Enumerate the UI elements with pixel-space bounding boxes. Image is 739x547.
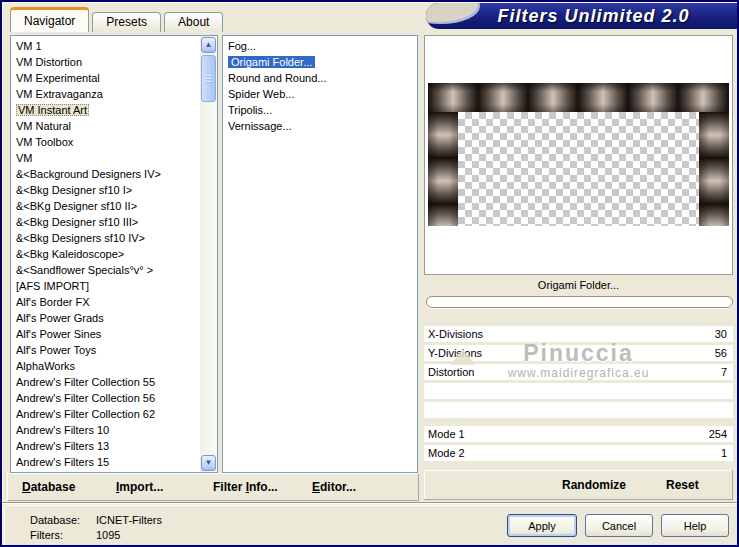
category-scrollbar[interactable]: ▲ ▼ <box>200 36 217 472</box>
tab-bar: Navigator Presets About <box>10 7 226 32</box>
param-row-empty <box>424 383 733 399</box>
param-name: Mode 1 <box>428 428 465 440</box>
preview-panel <box>424 35 733 275</box>
category-item-selected[interactable]: VM Instant Art <box>13 102 217 118</box>
category-item[interactable]: Alf's Border FX <box>13 294 217 310</box>
category-item[interactable]: &<Bkg Designers sf10 IV> <box>13 230 217 246</box>
param-row-distortion[interactable]: Distortion 7 <box>424 364 733 380</box>
scroll-down-button[interactable]: ▼ <box>201 455 216 471</box>
apply-button[interactable]: Apply <box>507 514 577 537</box>
category-item[interactable]: &<Background Designers IV> <box>13 166 217 182</box>
category-item[interactable]: VM Distortion <box>13 54 217 70</box>
scroll-up-button[interactable]: ▲ <box>201 37 216 53</box>
preview-transparency-checker <box>458 112 699 226</box>
category-item-selected-label: VM Instant Art <box>16 104 89 116</box>
filters-count-label: Filters: <box>30 529 63 541</box>
category-item[interactable]: &<Bkg Designer sf10 III> <box>13 214 217 230</box>
randomize-reset-bar: Randomize Reset <box>424 470 733 500</box>
param-name: X-Divisions <box>428 328 483 340</box>
param-name: Y-Divisions <box>428 347 482 359</box>
category-item[interactable]: &<BKg Designer sf10 II> <box>13 198 217 214</box>
category-item[interactable]: Andrew's Filters 10 <box>13 422 217 438</box>
bottom-toolbar: Database Import... Filter Info... Editor… <box>7 473 418 500</box>
scrollbar-thumb[interactable] <box>201 55 216 102</box>
category-item[interactable]: VM 1 <box>13 38 217 54</box>
category-item[interactable]: VM <box>13 150 217 166</box>
param-row-y-divisions[interactable]: Y-Divisions 56 <box>424 345 733 361</box>
category-item[interactable]: Andrew's Filters 13 <box>13 438 217 454</box>
filters-unlimited-dialog: Filters Unlimited 2.0 Navigator Presets … <box>0 0 739 547</box>
category-item[interactable]: Andrew's Filter Collection 62 <box>13 406 217 422</box>
progress-bar <box>426 296 733 308</box>
tab-presets[interactable]: Presets <box>92 12 161 32</box>
param-name: Mode 2 <box>428 447 465 459</box>
preview-origami-top-strip <box>428 83 729 112</box>
param-value: 56 <box>715 347 727 359</box>
category-item[interactable]: &<Bkg Kaleidoscope> <box>13 246 217 262</box>
help-button[interactable]: Help <box>661 514 729 537</box>
tab-about[interactable]: About <box>164 12 223 32</box>
category-item[interactable]: VM Experimental <box>13 70 217 86</box>
category-item[interactable]: VM Extravaganza <box>13 86 217 102</box>
category-item[interactable]: VM Toolbox <box>13 134 217 150</box>
category-item[interactable]: VM Natural <box>13 118 217 134</box>
editor-button[interactable]: Editor... <box>312 480 356 494</box>
param-value: 254 <box>709 428 727 440</box>
category-item[interactable]: Alf's Power Grads <box>13 310 217 326</box>
database-button[interactable]: Database <box>22 480 116 494</box>
tab-navigator[interactable]: Navigator <box>10 7 89 32</box>
filter-list: Fog... Origami Folder... Round and Round… <box>222 35 418 473</box>
parameter-list: X-Divisions 30 Y-Divisions 56 Distortion… <box>424 326 733 464</box>
category-item[interactable]: &<Bkg Designer sf10 I> <box>13 182 217 198</box>
category-item[interactable]: Andrew's Filter Collection 55 <box>13 374 217 390</box>
category-item[interactable]: [AFS IMPORT] <box>13 278 217 294</box>
app-title: Filters Unlimited 2.0 <box>456 6 731 27</box>
category-item[interactable]: Alf's Power Sines <box>13 326 217 342</box>
filter-item[interactable]: Fog... <box>225 38 417 54</box>
filter-item[interactable]: Tripolis... <box>225 102 417 118</box>
randomize-button[interactable]: Randomize <box>562 478 626 492</box>
filter-item-selected[interactable]: Origami Folder... <box>225 54 417 70</box>
param-row-empty <box>424 402 733 418</box>
reset-button[interactable]: Reset <box>666 478 699 492</box>
status-separator <box>2 502 737 504</box>
category-item[interactable]: Andrew's Filter Collection 56 <box>13 390 217 406</box>
selected-filter-label: Origami Folder... <box>424 279 733 291</box>
filter-item-selected-label: Origami Folder... <box>228 56 315 68</box>
filter-info-button[interactable]: Filter Info... <box>213 480 312 494</box>
param-row-mode-1[interactable]: Mode 1 254 <box>424 426 733 442</box>
category-item[interactable]: Andrew's Filters 15 <box>13 454 217 470</box>
category-item[interactable]: Alf's Power Toys <box>13 342 217 358</box>
param-row-x-divisions[interactable]: X-Divisions 30 <box>424 326 733 342</box>
category-list: VM 1 VM Distortion VM Experimental VM Ex… <box>10 35 218 473</box>
param-value: 7 <box>721 366 727 378</box>
title-banner: Filters Unlimited 2.0 <box>426 3 737 29</box>
preview-origami-left-strip <box>428 112 458 226</box>
filter-item[interactable]: Vernissage... <box>225 118 417 134</box>
param-row-mode-2[interactable]: Mode 2 1 <box>424 445 733 461</box>
scroll-down-icon: ▼ <box>205 459 213 467</box>
database-status-label: Database: <box>30 514 80 526</box>
filters-count-value: 1095 <box>96 529 120 541</box>
scroll-up-icon: ▲ <box>205 41 213 49</box>
param-value: 30 <box>715 328 727 340</box>
category-item[interactable]: &<Sandflower Specials°v° > <box>13 262 217 278</box>
param-name: Distortion <box>428 366 474 378</box>
category-item[interactable]: AlphaWorks <box>13 358 217 374</box>
cancel-button[interactable]: Cancel <box>585 514 653 537</box>
param-value: 1 <box>721 447 727 459</box>
filter-item[interactable]: Spider Web... <box>225 86 417 102</box>
database-status-value: ICNET-Filters <box>96 514 162 526</box>
import-button[interactable]: Import... <box>116 480 213 494</box>
filter-item[interactable]: Round and Round... <box>225 70 417 86</box>
preview-origami-right-strip <box>699 112 729 226</box>
